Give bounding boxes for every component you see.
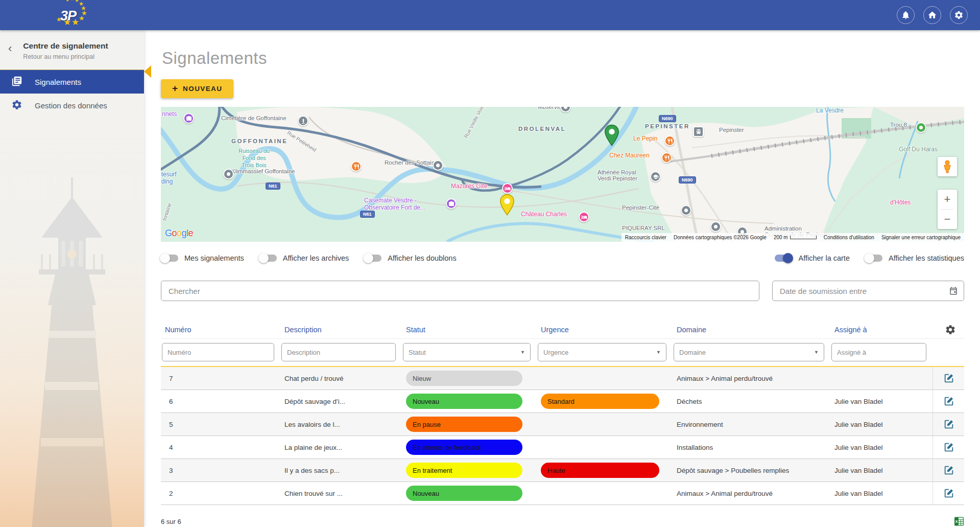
cell-description: Chat perdu / trouvé [280,375,402,382]
app-logo[interactable]: 3P ★★★★★★★★★★ [57,4,90,27]
map-report-error-link[interactable]: Signaler une erreur cartographique [878,233,964,242]
filter-select-placeholder: Statut [409,349,426,356]
map-label: Cimetière de Goffontaine [221,115,286,121]
home-button[interactable] [923,6,941,24]
toggle-track[interactable] [775,255,792,262]
edit-report-button[interactable] [942,487,955,500]
map-label: Le Pepin [633,135,657,142]
edit-report-button[interactable] [942,372,955,385]
poi-camera-icon[interactable] [446,198,457,209]
toggle-track[interactable] [865,255,882,262]
toggle-mes-signalements[interactable]: Mes signalements [161,254,244,262]
poi-cemetery-icon[interactable] [298,116,308,126]
poi-lodging-icon[interactable] [502,183,513,194]
toggle-track[interactable] [259,255,277,262]
settings-button[interactable] [950,6,968,24]
sidebar-collapse-arrow[interactable] [144,65,151,78]
cell-assigne: Julie van Bladel [830,398,933,405]
poi-dot-icon[interactable] [681,205,691,216]
status-badge: En traitement [406,463,522,478]
filter-input-6[interactable] [831,343,926,361]
column-header-4: Urgence [537,326,673,334]
cell-actions [933,436,964,459]
google-logo[interactable]: Google [165,228,193,239]
poi-restaurant-icon[interactable] [664,135,675,146]
filter-select-3[interactable]: Statut ▼ [403,343,531,361]
map-label: Château Charles [521,211,567,218]
cell-numero: 3 [161,467,280,474]
toggle-thumb[interactable] [864,253,874,263]
toggle-afficher-les-statistiques[interactable]: Afficher les statistiques [865,254,964,262]
map[interactable]: nnetsCimetière de GoffontaineGOFFONTAINE… [161,107,964,242]
calendar-icon[interactable] [949,286,958,295]
poi-camera-icon[interactable] [183,113,194,124]
sidebar-subtitle: Retour au menu principal [23,53,108,60]
poi-school-icon[interactable] [650,171,661,182]
cell-description: La plaine de jeux... [280,444,402,451]
table-settings-button[interactable] [933,324,964,335]
docs-icon [11,76,22,87]
date-input[interactable] [772,281,964,301]
new-report-label: NOUVEAU [183,85,222,93]
filter-select-4[interactable]: Urgence ▼ [538,343,666,361]
toggle-thumb[interactable] [160,253,170,263]
map-terms-link[interactable]: Conditions d'utilisation [820,233,878,242]
poi-restaurant-icon[interactable] [351,161,362,172]
edit-report-button[interactable] [942,395,955,408]
cell-numero: 2 [161,490,280,497]
gear-icon [11,99,22,110]
toggle-track[interactable] [364,255,381,262]
column-header-5: Domaine [673,326,830,334]
toggle-afficher-les-archives[interactable]: Afficher les archives [259,254,349,262]
poi-dot-icon[interactable] [916,122,926,133]
poi-lodging-icon[interactable] [579,212,589,222]
toggle-thumb[interactable] [258,253,269,263]
cell-numero: 7 [161,375,280,382]
cell-urgence: Haute [537,463,673,478]
toggle-thumb[interactable] [363,253,373,263]
filter-input-1[interactable] [162,343,274,361]
filter-select-5[interactable]: Domaine ▼ [674,343,824,361]
edit-report-button[interactable] [942,441,955,454]
toggle-afficher-les-doublons[interactable]: Afficher les doublons [364,254,456,262]
report-pin-green[interactable] [604,124,619,148]
toggle-afficher-la-carte[interactable]: Afficher la carte [775,254,849,262]
toggle-track[interactable] [161,255,178,262]
poi-train-icon[interactable] [693,126,704,137]
date-range-field[interactable] [772,281,964,301]
filter-input-2[interactable] [281,343,396,361]
table-row: 7 Chat perdu / trouvé Nieuw Animaux > An… [161,367,964,390]
sidebar-item-signalements[interactable]: Signalements [0,70,144,94]
road-shield: N61 [360,211,375,218]
edit-report-button[interactable] [942,418,955,431]
reports-table: NuméroDescriptionStatutUrgenceDomaineAss… [161,320,964,505]
topbar-icons [897,6,968,24]
map-zoom-out-button[interactable]: − [938,210,957,229]
report-pin-yellow[interactable] [499,194,515,218]
search-input[interactable] [161,281,759,301]
notifications-button[interactable] [897,6,915,24]
poi-restaurant-icon[interactable] [661,152,672,163]
pegman-control[interactable] [938,157,957,176]
poi-dot-icon[interactable] [710,221,721,232]
school-glyph [653,174,659,180]
cell-numero: 5 [161,421,280,428]
sidebar-item-gestion-des-donnees[interactable]: Gestion des données [0,94,144,117]
cemetery-glyph [300,118,306,124]
cell-description: Dépôt sauvage d'i... [280,398,402,405]
map-label: Ruisseau duFond desTrois Bois [238,148,270,169]
new-report-button[interactable]: + NOUVEAU [161,79,233,98]
edit-report-button[interactable] [942,464,955,477]
restaurant-glyph [667,138,673,144]
poi-dot-icon[interactable] [223,169,234,179]
cell-assigne: Julie van Bladel [830,490,933,497]
gear-icon [945,324,956,335]
status-badge: En pause [406,417,522,432]
export-excel-button[interactable]: X [954,516,964,526]
chevron-down-icon: ▼ [520,350,525,355]
map-zoom-in-button[interactable]: + [938,190,957,209]
map-shortcuts-link[interactable]: Raccourcis clavier [622,233,670,242]
poi-dot-icon[interactable] [433,160,443,171]
back-button[interactable]: ‹ [7,42,16,54]
toggle-thumb[interactable] [783,253,793,263]
